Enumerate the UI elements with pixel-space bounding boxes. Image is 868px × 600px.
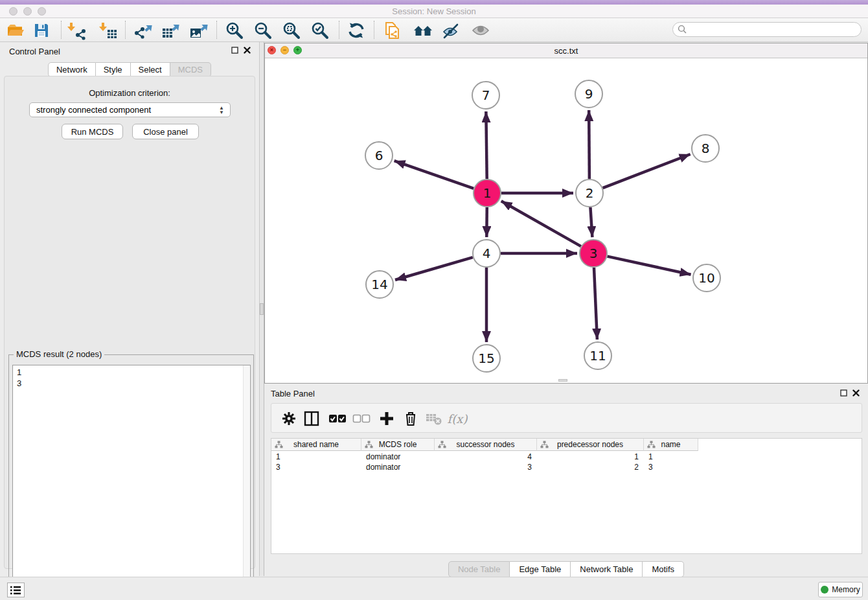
graph-edge-1-7[interactable]: [486, 111, 486, 179]
optimization-criterion-label: Optimization criterion:: [5, 88, 255, 98]
table-cell[interactable]: 3: [271, 462, 361, 472]
float-panel-icon[interactable]: [840, 389, 847, 397]
close-panel-button[interactable]: Close panel: [132, 124, 199, 139]
node-table[interactable]: shared nameMCDS rolesuccessor nodesprede…: [271, 438, 862, 554]
delete-table-icon[interactable]: [424, 409, 444, 428]
control-panel-title: Control Panel: [9, 47, 60, 56]
hierarchy-icon: [438, 441, 446, 448]
table-cell[interactable]: 1: [271, 452, 361, 462]
graph-node-label-2: 2: [586, 185, 594, 201]
graph-node-label-15: 15: [478, 351, 494, 366]
task-history-button[interactable]: [7, 583, 25, 597]
criterion-select[interactable]: strongly connected component ▲▼: [29, 102, 231, 117]
tab-style[interactable]: Style: [96, 62, 131, 77]
graph-edge-2-8[interactable]: [603, 154, 691, 188]
export-network-icon[interactable]: [132, 20, 153, 41]
network-resize-grip[interactable]: [558, 379, 567, 382]
window-titlebar: Session: New Session: [0, 5, 868, 18]
copy-style-icon[interactable]: [382, 20, 402, 41]
result-scrollbar[interactable]: [243, 365, 249, 597]
table-cell[interactable]: dominator: [361, 452, 435, 462]
tab-node-table[interactable]: Node Table: [448, 561, 510, 577]
table-row[interactable]: 3dominator323: [271, 462, 862, 472]
import-table-icon[interactable]: [98, 20, 119, 41]
close-panel-icon[interactable]: [852, 389, 860, 397]
add-column-icon[interactable]: [377, 409, 396, 428]
control-panel: Control Panel NetworkStyleSelectMCDS Opt…: [0, 42, 259, 576]
tab-mcds[interactable]: MCDS: [170, 62, 211, 77]
run-mcds-button[interactable]: Run MCDS: [62, 124, 123, 139]
table-cell[interactable]: dominator: [361, 462, 435, 472]
application-window: Session: New Session: [0, 0, 868, 600]
graph-edge-2-3[interactable]: [590, 207, 592, 237]
table-cell[interactable]: 2: [537, 462, 644, 472]
first-neighbors-icon[interactable]: [413, 20, 433, 41]
status-bar: Memory: [0, 577, 868, 600]
graph-node-label-10: 10: [698, 270, 714, 286]
column-header-predecessor-nodes[interactable]: predecessor nodes: [537, 439, 644, 451]
window-title: Session: New Session: [0, 6, 868, 16]
save-session-icon[interactable]: [31, 20, 52, 41]
hide-selected-icon[interactable]: [441, 20, 462, 41]
close-panel-icon[interactable]: [244, 47, 251, 54]
graph-edge-3-11[interactable]: [594, 268, 597, 340]
hierarchy-icon: [365, 441, 373, 448]
delete-column-icon[interactable]: [401, 409, 420, 428]
table-cell[interactable]: 3: [644, 462, 698, 472]
table-cell[interactable]: 4: [435, 452, 537, 462]
splitter-grip[interactable]: [260, 303, 264, 315]
search-input[interactable]: [687, 25, 861, 34]
show-columns-icon[interactable]: [302, 409, 321, 428]
zoom-selected-icon[interactable]: [310, 20, 330, 41]
zoom-in-icon[interactable]: [224, 20, 245, 41]
table-cell[interactable]: 1: [537, 452, 644, 462]
network-canvas[interactable]: 7968124314101511: [265, 58, 867, 384]
unselect-all-columns-icon[interactable]: [352, 409, 371, 428]
graph-edge-3-10[interactable]: [607, 257, 691, 275]
function-builder-icon[interactable]: f(x): [448, 409, 467, 428]
toolbar-separator: [125, 21, 126, 39]
window-top-accent: [0, 0, 868, 5]
search-field[interactable]: [672, 22, 862, 37]
table-options-icon[interactable]: [279, 409, 299, 428]
panel-splitter[interactable]: [259, 42, 264, 576]
graph-edge-2-9[interactable]: [589, 110, 589, 179]
table-cell[interactable]: 3: [435, 462, 537, 472]
open-file-icon[interactable]: [5, 20, 25, 41]
column-header-shared-name[interactable]: shared name: [271, 439, 361, 451]
zoom-fit-icon[interactable]: [281, 20, 302, 41]
tab-edge-table[interactable]: Edge Table: [510, 561, 571, 577]
table-row[interactable]: 1dominator411: [271, 452, 862, 462]
float-panel-icon[interactable]: [231, 47, 238, 54]
graph-edge-3-1[interactable]: [501, 201, 581, 246]
graph-node-label-9: 9: [585, 86, 593, 102]
tab-motifs[interactable]: Motifs: [643, 561, 684, 577]
memory-button[interactable]: Memory: [818, 582, 863, 597]
column-header-MCDS-role[interactable]: MCDS role: [361, 439, 435, 451]
mcds-result-text[interactable]: 1 3: [12, 365, 251, 597]
select-all-columns-icon[interactable]: [328, 409, 347, 428]
mcds-result-title: MCDS result (2 nodes): [14, 349, 104, 359]
table-cell[interactable]: 1: [644, 452, 698, 462]
graph-edge-1-6[interactable]: [394, 161, 474, 189]
table-panel-tabs: Node TableEdge TableNetwork TableMotifs: [264, 561, 868, 577]
tab-network-table[interactable]: Network Table: [571, 561, 643, 577]
graph-node-label-14: 14: [371, 277, 387, 292]
show-all-icon[interactable]: [470, 20, 491, 41]
export-image-icon[interactable]: [188, 20, 209, 41]
apply-layout-icon[interactable]: [346, 20, 367, 41]
import-network-icon[interactable]: [67, 20, 87, 41]
graph-node-label-6: 6: [375, 148, 383, 163]
zoom-out-icon[interactable]: [253, 20, 273, 41]
export-table-icon[interactable]: [160, 20, 181, 41]
column-header-successor-nodes[interactable]: successor nodes: [435, 439, 537, 451]
tab-select[interactable]: Select: [131, 62, 170, 77]
hierarchy-icon: [647, 441, 656, 448]
graph-edge-4-14[interactable]: [395, 257, 473, 280]
network-window-titlebar: × − + scc.txt: [265, 43, 867, 58]
toolbar-separator: [339, 21, 339, 39]
column-header-name[interactable]: name: [644, 439, 698, 451]
hierarchy-icon: [275, 441, 283, 448]
control-panel-tabs: NetworkStyleSelectMCDS: [0, 62, 259, 77]
tab-network[interactable]: Network: [48, 62, 96, 77]
